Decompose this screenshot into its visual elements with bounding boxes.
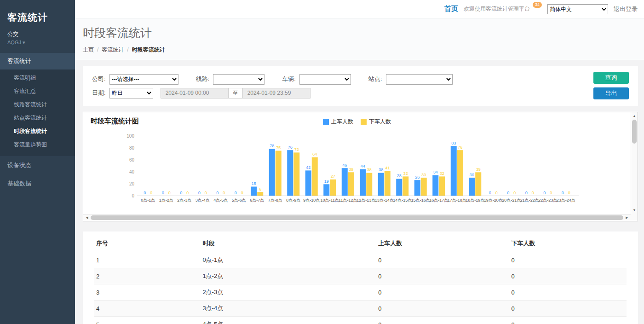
scroll-up-icon[interactable]: ▲ — [631, 113, 638, 119]
bar-value-label-alighting: 0 — [241, 191, 243, 195]
bar-alighting[interactable] — [457, 150, 463, 196]
bar-value-label-boarding: 44 — [361, 164, 365, 168]
vehicle-label: 车辆: — [282, 75, 296, 83]
company-select[interactable]: ---请选择--- — [109, 74, 178, 85]
sidebar-subitem[interactable]: 站点客流统计 — [0, 111, 75, 125]
bar-alighting[interactable] — [475, 172, 481, 196]
scroll-down-icon[interactable]: ▼ — [631, 207, 638, 214]
filter-row-1: 公司: ---请选择--- 线路: 车辆: 站点: — [92, 73, 629, 86]
line-select[interactable] — [213, 74, 264, 85]
logout-link[interactable]: 退出登录 — [614, 5, 638, 13]
bar-value-label-alighting: 39 — [476, 167, 481, 172]
breadcrumb-item[interactable]: 客流统计 — [102, 46, 124, 53]
vertical-scrollbar[interactable]: ▲ ▼ — [631, 112, 638, 221]
table-cell: 2 — [94, 268, 201, 284]
bar-boarding[interactable] — [396, 179, 402, 196]
date-from-input[interactable] — [161, 88, 229, 98]
table-row: 43点-4点00 — [94, 301, 627, 317]
bar-alighting[interactable] — [312, 157, 318, 196]
vehicle-select[interactable] — [299, 74, 351, 85]
bar-value-label-alighting: 41 — [385, 166, 390, 170]
bar-value-label-alighting: 64 — [312, 152, 317, 156]
bar-alighting[interactable] — [257, 192, 263, 196]
sidebar-other-items: 设备状态基础数据 — [0, 156, 75, 193]
table-cell: 0 — [509, 317, 627, 324]
page-title: 时段客流统计 — [83, 25, 636, 40]
user-name: AQGJ — [7, 40, 21, 45]
legend-label: 上车人数 — [331, 118, 353, 126]
bar-value-label-alighting: 0 — [205, 191, 207, 195]
bar-value-label-boarding: 78 — [270, 144, 274, 148]
vertical-scrollbar-thumb[interactable] — [632, 120, 637, 144]
bar-boarding[interactable] — [469, 178, 475, 196]
notification-badge[interactable]: 34 — [533, 2, 542, 8]
bar-boarding[interactable] — [378, 173, 384, 196]
filter-panel: 公司: ---请选择--- 线路: 车辆: 站点: 日期: 昨日 至 查询 导出 — [83, 66, 638, 106]
bar-boarding[interactable] — [432, 175, 438, 196]
bar-value-label-alighting: 72 — [294, 147, 299, 152]
breadcrumb-item[interactable]: 主页 — [83, 46, 94, 53]
x-axis-category-label: 13点-14点 — [375, 198, 394, 202]
table-cell: 3 — [94, 284, 201, 301]
bar-boarding[interactable] — [451, 146, 457, 196]
scroll-left-icon[interactable]: ◀ — [84, 214, 90, 221]
welcome-text: 欢迎使用客流统计管理平台 — [464, 5, 530, 13]
bar-boarding[interactable] — [269, 149, 275, 196]
table-cell: 4点-5点 — [201, 317, 376, 324]
table-row: 32点-3点00 — [94, 284, 627, 301]
bar-alighting[interactable] — [348, 172, 354, 196]
sidebar: 客流统计 公交 AQGJ ▾ 客流统计 客流明细客流汇总线路客流统计站点客流统计… — [0, 0, 75, 324]
bar-value-label-boarding: 0 — [216, 191, 218, 195]
bar-boarding[interactable] — [323, 184, 329, 196]
bar-alighting[interactable] — [439, 176, 445, 196]
bar-boarding[interactable] — [251, 187, 257, 196]
hourly-stats-table: 序号时段上车人数下车人数 10点-1点0021点-2点0032点-3点0043点… — [94, 235, 627, 324]
date-preset-select[interactable]: 昨日 — [109, 88, 153, 98]
horizontal-scrollbar-thumb[interactable] — [91, 215, 623, 220]
sidebar-item[interactable]: 基础数据 — [0, 174, 75, 193]
bar-boarding[interactable] — [287, 150, 293, 196]
column-header: 上车人数 — [376, 235, 509, 252]
line-label: 线路: — [196, 75, 210, 83]
sidebar-subitem[interactable]: 时段客流统计 — [0, 125, 75, 138]
bar-alighting[interactable] — [402, 176, 408, 196]
scroll-right-icon[interactable]: ▶ — [624, 214, 630, 221]
bar-alighting[interactable] — [293, 152, 299, 196]
sidebar-item[interactable]: 设备状态 — [0, 156, 75, 174]
y-axis-tick-label: 0 — [132, 193, 134, 198]
bar-boarding[interactable] — [360, 169, 366, 196]
bar-value-label-boarding: 42 — [306, 165, 310, 170]
sidebar-section-passenger-stats[interactable]: 客流统计 — [0, 53, 75, 69]
home-link[interactable]: 首页 — [444, 5, 458, 13]
bar-alighting[interactable] — [421, 178, 427, 196]
station-select[interactable] — [386, 74, 453, 85]
legend-item[interactable]: 上车人数 — [323, 118, 353, 126]
horizontal-scrollbar[interactable]: ◀ ▶ — [83, 214, 631, 221]
sidebar-subitem[interactable]: 客流汇总 — [0, 85, 75, 98]
bar-chart-svg: 020406080100000点-1点001点-2点002点-3点003点-4点… — [91, 127, 622, 205]
language-select[interactable]: 简体中文 — [547, 4, 608, 14]
data-table-panel: 序号时段上车人数下车人数 10点-1点0021点-2点0032点-3点0043点… — [83, 231, 638, 324]
date-to-input[interactable] — [242, 88, 310, 98]
bar-value-label-alighting: 76 — [458, 145, 462, 150]
query-button[interactable]: 查询 — [593, 72, 629, 84]
legend-item[interactable]: 下车人数 — [361, 118, 391, 126]
bar-boarding[interactable] — [305, 170, 311, 196]
bar-boarding[interactable] — [342, 168, 348, 196]
table-cell: 0 — [509, 268, 627, 284]
bar-alighting[interactable] — [330, 179, 336, 196]
sidebar-subitem[interactable]: 客流量趋势图 — [0, 138, 75, 151]
sidebar-subitem[interactable]: 客流明细 — [0, 71, 75, 85]
bar-value-label-alighting: 0 — [186, 191, 189, 195]
user-menu[interactable]: AQGJ ▾ — [0, 39, 75, 53]
bar-alighting[interactable] — [385, 171, 391, 196]
bar-alighting[interactable] — [276, 151, 282, 196]
bar-alighting[interactable] — [366, 173, 372, 196]
bar-value-label-boarding: 19 — [324, 179, 329, 184]
export-button[interactable]: 导出 — [593, 87, 629, 99]
main-content: 时段客流统计 主页/客流统计/时段客流统计 公司: ---请选择--- 线路: … — [75, 18, 644, 324]
sidebar-subitem[interactable]: 线路客流统计 — [0, 98, 75, 111]
page-heading: 时段客流统计 主页/客流统计/时段客流统计 — [75, 18, 644, 60]
x-axis-category-label: 16点-17点 — [429, 198, 448, 202]
bar-boarding[interactable] — [414, 180, 420, 196]
